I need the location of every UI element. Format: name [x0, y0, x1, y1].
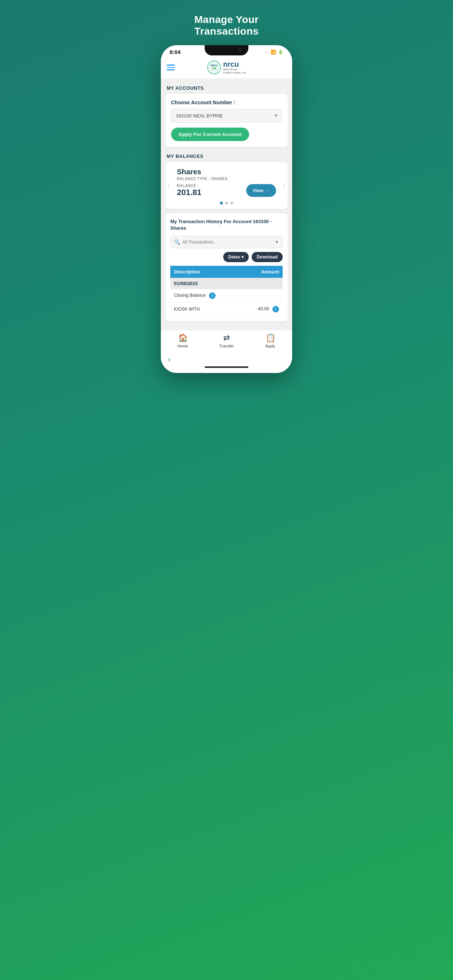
carousel-dot-1[interactable] [220, 202, 223, 205]
nav-label-home: Home [177, 344, 188, 348]
carousel-prev-button[interactable]: ‹ [167, 181, 170, 189]
balance-row: BALANCE : 201.81 View → [177, 184, 276, 197]
balance-name: Shares [177, 168, 276, 176]
status-icons: ··· 📶 🔋 [265, 49, 283, 55]
tx-amount-kiosk: -40.00 i [240, 302, 283, 316]
nav-item-transfer[interactable]: ⇄ Transfer [215, 333, 238, 348]
choose-account-label: Choose Account Number : [171, 100, 282, 105]
status-time: 8:04 [170, 49, 180, 55]
wifi-icon: 📶 [271, 49, 276, 55]
carousel-next-button[interactable]: › [283, 181, 286, 189]
my-accounts-title: MY ACCOUNTS [165, 83, 288, 94]
nav-item-apply[interactable]: 📋 Apply [259, 333, 281, 348]
balance-info: BALANCE : 201.81 [177, 184, 201, 197]
balance-label: BALANCE : [177, 184, 201, 188]
logo-subtitle: New RossCredit Union Ltd [223, 68, 246, 75]
signal-icon: ··· [265, 49, 269, 55]
app-header: NRCU nrcu New RossCredit Union Ltd [161, 57, 292, 79]
account-select[interactable]: 163100 NEAL BYRNE [171, 109, 282, 123]
svg-point-3 [214, 67, 216, 69]
table-date-group-row: 01/08/2015 [170, 278, 283, 289]
date-group-cell: 01/08/2015 [170, 278, 283, 289]
col-description: Description [170, 266, 240, 278]
col-amount: Amount [240, 266, 283, 278]
home-icon: 🏠 [178, 333, 188, 343]
phone-bottom: ‹ [161, 352, 292, 373]
logo-nrcu: nrcu [223, 60, 246, 68]
hamburger-line-3 [167, 69, 175, 70]
info-icon-kiosk[interactable]: i [273, 306, 279, 312]
outer-wrapper: Manage Your Transactions 8:04 ··· 📶 🔋 [155, 7, 298, 373]
apply-icon: 📋 [266, 333, 275, 343]
download-button[interactable]: Download [252, 252, 283, 262]
logo-text: nrcu New RossCredit Union Ltd [223, 60, 246, 75]
battery-icon: 🔋 [278, 49, 283, 55]
transaction-history-title: My Transaction History For Account 16310… [170, 218, 283, 232]
svg-text:NRCU: NRCU [211, 64, 217, 67]
transaction-table: Description Amount 01/08/2015 Closing Ba… [170, 266, 283, 316]
tx-description-kiosk: KIOSK WITH [170, 302, 240, 316]
transaction-card: My Transaction History For Account 16310… [165, 213, 288, 321]
hamburger-line-2 [167, 67, 175, 68]
hamburger-menu-button[interactable] [167, 65, 175, 70]
search-dropdown-chevron: ▼ [274, 240, 279, 245]
table-row: Closing Balance i [170, 289, 283, 302]
transfer-icon: ⇄ [223, 333, 230, 343]
balance-content: Shares BALANCE TYPE : SHARES BALANCE : 2… [170, 168, 283, 197]
bottom-nav: 🏠 Home ⇄ Transfer 📋 Apply [161, 330, 292, 352]
hamburger-line-1 [167, 65, 175, 65]
view-balance-button[interactable]: View → [246, 184, 276, 197]
dates-button[interactable]: Dates ▾ [223, 252, 249, 262]
tx-description-closing: Closing Balance i [170, 289, 240, 302]
carousel-dots [170, 202, 283, 205]
transaction-search-input[interactable] [170, 236, 283, 248]
apply-for-current-account-button[interactable]: Apply For Current Account [171, 127, 249, 141]
table-row: KIOSK WITH -40.00 i [170, 302, 283, 316]
back-button[interactable]: ‹ [168, 355, 171, 364]
svg-point-2 [212, 67, 214, 69]
carousel-dot-2[interactable] [225, 202, 228, 205]
tx-amount-closing [240, 289, 283, 302]
content-area: MY ACCOUNTS Choose Account Number : 1631… [161, 79, 292, 330]
nrcu-logo-icon: NRCU [207, 60, 221, 75]
notch-dot [238, 48, 242, 52]
nav-label-transfer: Transfer [219, 344, 234, 348]
transaction-controls: Dates ▾ Download [170, 252, 283, 262]
my-balances-title: MY BALANCES [165, 151, 288, 162]
search-wrapper: 🔍 ▼ [170, 236, 283, 248]
notch [205, 45, 248, 56]
my-accounts-card: Choose Account Number : 163100 NEAL BYRN… [165, 94, 288, 147]
nav-item-home[interactable]: 🏠 Home [172, 333, 194, 348]
home-indicator [205, 366, 248, 368]
balance-amount: 201.81 [177, 188, 201, 197]
phone-frame: 8:04 ··· 📶 🔋 NRCU [161, 45, 292, 373]
svg-point-0 [207, 61, 221, 74]
balance-type-label: BALANCE TYPE : SHARES [177, 177, 276, 181]
search-icon: 🔍 [174, 239, 180, 245]
info-icon-closing[interactable]: i [209, 293, 215, 299]
logo-container: NRCU nrcu New RossCredit Union Ltd [207, 60, 246, 75]
nav-label-apply: Apply [265, 344, 275, 348]
account-select-wrapper: 163100 NEAL BYRNE ▼ [171, 109, 282, 123]
page-title: Manage Your Transactions [155, 7, 298, 45]
balances-card: ‹ › Shares BALANCE TYPE : SHARES BALANCE… [165, 162, 288, 209]
table-header-row: Description Amount [170, 266, 283, 278]
carousel-dot-3[interactable] [230, 202, 233, 205]
